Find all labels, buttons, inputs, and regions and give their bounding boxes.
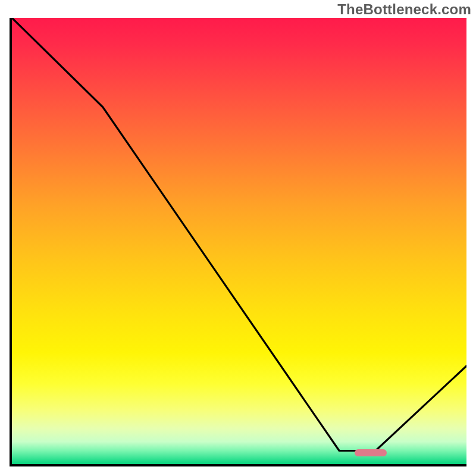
bottleneck-curve-path xyxy=(12,18,466,451)
watermark-text: TheBottleneck.com xyxy=(337,1,471,18)
chart-container: TheBottleneck.com xyxy=(0,0,476,476)
plot-area xyxy=(10,18,466,466)
curve-svg xyxy=(12,18,466,464)
optimum-marker xyxy=(355,449,387,456)
